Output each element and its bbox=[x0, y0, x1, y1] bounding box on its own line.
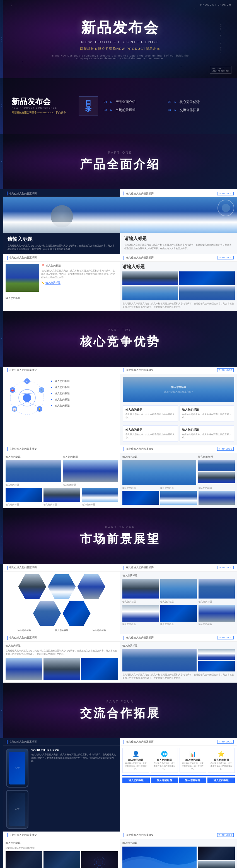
row1-8r: 输入您的标题 输入您的标题 bbox=[123, 455, 235, 485]
icard-2: 🌐 输入您的标题 在此输入您的文本。此文本框在页面上的位置和大小。 bbox=[151, 748, 178, 773]
hex-3 bbox=[78, 574, 105, 599]
cycle-label-1: ● 输入您的标题 bbox=[51, 378, 117, 383]
footer-5l: 输入您的标题 bbox=[3, 294, 120, 302]
blue-bar-13: 输入您的标题 输入您的标题 输入您的标题 输入您的标题 bbox=[123, 775, 235, 783]
img-row2-10r bbox=[123, 605, 235, 622]
title-14r: 输入您的标题 bbox=[123, 841, 235, 845]
img-city-10r bbox=[123, 579, 159, 598]
img-dark-14l bbox=[44, 851, 80, 868]
item-8l-4: 输入您的标题 bbox=[44, 488, 80, 506]
icard-text-1: 在此输入您的文本。此文本框在页面上的位置和大小。 bbox=[125, 762, 147, 770]
fbox-2: 输入您的标题 在此输入您的文本。此文本框在页面上的位置和大小。 bbox=[180, 405, 235, 422]
hlabel-3: 输入您的标题 bbox=[81, 629, 117, 632]
icard-title-4: 输入您的标题 bbox=[211, 758, 232, 762]
label2-10r-1: 输入您的标题 bbox=[123, 623, 159, 626]
slide-content-8: 在此处输入您的答案摘要 输入您的标题 输入您的标题 输入您的标题 输入您的标题 bbox=[0, 445, 237, 508]
icard-3: 📊 输入您的标题 在此输入您的文本。此文本框在页面上的位置和大小。 bbox=[180, 748, 206, 773]
toc-item-1[interactable]: 01 ► 产品全面介绍 bbox=[104, 100, 164, 104]
icard-icon-1: 👤 bbox=[125, 750, 147, 757]
img-sky-10r bbox=[199, 605, 235, 622]
icard-icon-2: 🌐 bbox=[153, 750, 175, 757]
slide-content-7: 在此处输入您的答案摘要 bbox=[0, 367, 237, 445]
content-left-4: 在此处输入您的答案摘要 请输入标题 在此处输入文章的正文内容，此文本框在页面上的… bbox=[3, 189, 120, 254]
left-accent-s2 bbox=[0, 311, 3, 367]
content-left-8: 在此处输入您的答案摘要 输入您的标题 输入您的标题 输入您的标题 输入您的标题 bbox=[3, 445, 120, 508]
row2-8l: 输入您的标题 输入您的标题 输入您的标题 bbox=[6, 488, 118, 506]
img-glacier-8r bbox=[123, 460, 196, 485]
img-mtn-8r bbox=[160, 491, 196, 505]
think-logo-11r: THINK LOGO bbox=[217, 636, 234, 640]
content-left-14: 在此处输入您的答案摘要 输入您的标题 此处可以输入您的标题和文字 在此处输入文章… bbox=[3, 832, 120, 868]
think-logo-r4: THINK LOGO bbox=[217, 192, 234, 195]
label2-10r-3: 输入您的标题 bbox=[199, 623, 235, 626]
label2-10r-2: 输入您的标题 bbox=[160, 623, 196, 626]
toc-tagline: 网新科技有限公司暨季NEW PRODUCT新品发布 bbox=[12, 111, 73, 115]
features-content-7: 输入您的标题 此处可以输入您的标题和文字 输入您的标题 在此输入您的文本。此文本… bbox=[120, 374, 237, 445]
right-title-4: 请输入标题 bbox=[124, 236, 233, 242]
img-mtn-8 bbox=[82, 488, 118, 502]
think-logo-14r: THINK LOGO bbox=[217, 833, 234, 837]
cycle-label-5: ● 输入您的标题 bbox=[51, 403, 117, 408]
bottom-row-10r: 输入您的标题 输入您的标题 输入您的标题 bbox=[123, 600, 235, 603]
img-skyscraper-8 bbox=[63, 460, 118, 482]
img-sea-11r bbox=[123, 649, 196, 672]
content-left-11: 在此处输入您的答案摘要 输入您的标题 在此处输入文章的正文内容，此文本框在页面上… bbox=[3, 634, 120, 683]
toc-item-3[interactable]: 03 ► 市场前景展望 bbox=[104, 108, 164, 113]
left-bar-5 bbox=[0, 254, 3, 311]
content-right-11: 在此处输入您的答案摘要 THINK LOGO 输入您的标题 在此处输入文章的正文… bbox=[120, 634, 237, 683]
img-right-4 bbox=[120, 197, 237, 233]
img-sea-8 bbox=[6, 460, 61, 482]
item-8r-4: 输入您的标题 bbox=[160, 487, 196, 505]
label-10r-2: 输入您的标题 bbox=[160, 600, 196, 603]
img-city-8r-b bbox=[198, 472, 235, 483]
part-title-3: 市场前景展望 bbox=[80, 531, 160, 547]
phone-text-area: YOUR TITLE HERE 在此处输入文章的正文内容，此文本框在页面上的位置… bbox=[31, 749, 117, 763]
hlabel-2: 输入您的标题 bbox=[44, 629, 80, 632]
icard-4: ⭐ 输入您的标题 在此输入您的文本。此文本框在页面上的位置和大小。 bbox=[208, 748, 235, 773]
img-glacier-1 bbox=[123, 286, 178, 300]
item-8r-3: 输入您的标题 bbox=[123, 487, 159, 505]
label-row2-10r: 输入您的标题 输入您的标题 输入您的标题 bbox=[123, 623, 235, 626]
part-title-4: 交流合作拓展 bbox=[80, 706, 160, 721]
toc-item-4[interactable]: 04 ► 交流合作拓展 bbox=[168, 108, 229, 113]
left-content-5: 📍 输入您的标题 在此处输入文章的正文内容，此文本框在页面上的位置和大小均可调节… bbox=[3, 262, 120, 294]
body-11r: 在此处输入文章的正文内容，此文本框在页面上的位置和大小均可调节。在此处输入文章的… bbox=[123, 673, 235, 680]
content-right-8: 在此处输入您的答案摘要 THINK LOGO 输入您的标题 输入您的标题 输入您… bbox=[120, 445, 237, 508]
content-left-7: 在此处输入您的答案摘要 bbox=[3, 367, 120, 445]
svg-line-11 bbox=[17, 402, 27, 406]
part-title-1: 产品全面介绍 bbox=[80, 156, 160, 172]
slide-content-14: 在此处输入您的答案摘要 输入您的标题 此处可以输入您的标题和文字 在此处输入文章… bbox=[0, 832, 237, 868]
title-10r: 输入您的标题 bbox=[123, 574, 235, 577]
think-logo-10r: THINK LOGO bbox=[217, 566, 234, 569]
fbox-3: 输入您的标题 在此输入您的文本。此文本框在页面上的位置和大小。 bbox=[123, 425, 178, 441]
toc-num-3: 03 bbox=[104, 108, 107, 112]
location-label: 输入您的标题 bbox=[46, 264, 61, 268]
phone-mockup: APP APP bbox=[6, 749, 28, 829]
toc-num-4: 04 bbox=[168, 108, 171, 112]
toc-item-2[interactable]: 02 ► 核心竞争优势 bbox=[168, 100, 229, 104]
header-7l: 在此处输入您的答案摘要 bbox=[9, 368, 37, 372]
svg-point-18 bbox=[94, 857, 105, 868]
btb-2: 输入您的标题 bbox=[151, 777, 178, 783]
left-accent-s4 bbox=[0, 683, 3, 738]
item-10r-3: 输入您的标题 bbox=[199, 600, 235, 603]
icard-text-2: 在此输入您的文本。此文本框在页面上的位置和大小。 bbox=[153, 762, 175, 770]
img-city-14r bbox=[198, 861, 235, 868]
content-right-text-4: 请输入标题 在此处输入文章的正文内容，此文本框在页面上的位置和大小均可调节。在此… bbox=[120, 233, 237, 253]
img-city-8 bbox=[44, 488, 80, 502]
header-13l: 在此处输入您的答案摘要 bbox=[9, 740, 37, 744]
img-city-11l bbox=[44, 658, 80, 680]
left-accent-s3 bbox=[0, 508, 3, 564]
img-sea-8r-t bbox=[198, 460, 235, 471]
icon-cards-grid: 👤 输入您的标题 在此输入您的文本。此文本框在页面上的位置和大小。 🌐 输入您的… bbox=[123, 748, 235, 773]
svg-line-10 bbox=[27, 402, 37, 406]
think-logo-13r: THINK LOGO bbox=[217, 740, 234, 744]
right-content-11: 输入您的标题 在此处输入文章的正文内容，此文本框在页面上的位置和大小均可调节。在… bbox=[120, 642, 237, 682]
content-left-10: 在此处输入您的答案摘要 输入您的标题 输入您的标题 bbox=[3, 564, 120, 634]
item-8l-5: 输入您的标题 bbox=[82, 488, 118, 506]
svg-text:📊: 📊 bbox=[13, 408, 16, 411]
left-content-11: 输入您的标题 在此处输入文章的正文内容，此文本框在页面上的位置和大小均可调节。在… bbox=[3, 642, 120, 683]
content-right-5: 在此处输入您的答案摘要 THINK LOGO 请输入标题 在此处输入文章的正文内… bbox=[120, 254, 237, 311]
toc-label: 目 录 bbox=[85, 100, 91, 112]
slide-section-3: PART THREE 市场前景展望 bbox=[0, 508, 237, 564]
